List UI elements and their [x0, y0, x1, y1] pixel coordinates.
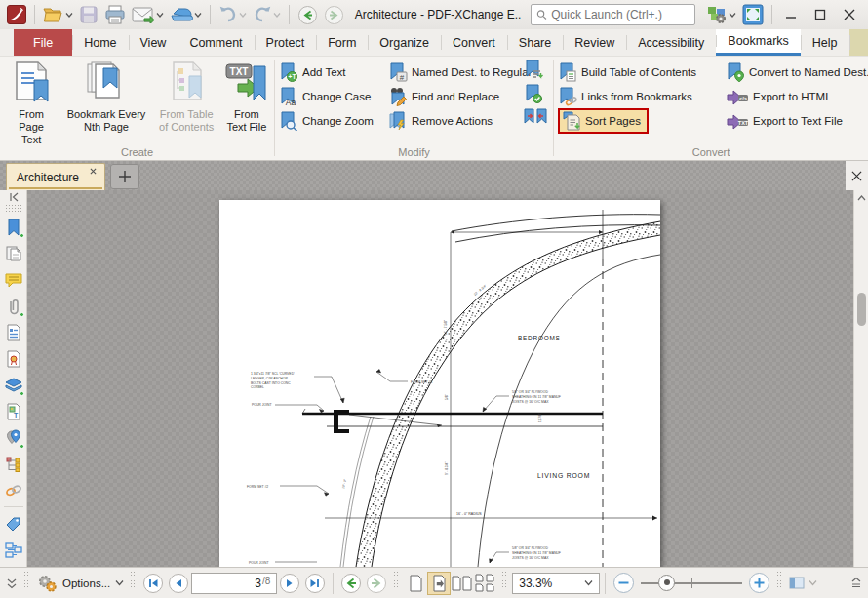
side-panel-toggle-button[interactable] [787, 572, 807, 595]
convert-to-named-dest-button[interactable]: Convert to Named Dest. [726, 60, 868, 84]
options-button[interactable]: Options... [34, 572, 126, 595]
statusbar-collapse-button[interactable] [4, 572, 20, 595]
next-view-button[interactable] [364, 572, 389, 595]
open-button[interactable] [40, 3, 76, 26]
redo-button[interactable] [250, 3, 284, 26]
undo-button[interactable] [216, 3, 250, 26]
next-page-button[interactable] [277, 572, 302, 595]
tab-help[interactable]: Help [801, 29, 849, 56]
document-canvas[interactable]: BEDROOMS LIVING ROOM 16' - 0" RADIUS 1 3… [27, 190, 853, 567]
links-from-bookmarks-button[interactable]: Links from Bookmarks [558, 84, 726, 108]
four-page-layout-button[interactable] [474, 572, 497, 595]
tab-accessibility[interactable]: Accessibility [626, 29, 716, 56]
thumbnails-pane-button[interactable] [2, 240, 25, 266]
back-button[interactable] [295, 3, 321, 26]
comments-pane-button[interactable] [2, 266, 25, 293]
quick-launch-box[interactable] [531, 4, 694, 25]
bookmarks-pane-button[interactable] [2, 214, 25, 240]
email-button[interactable] [129, 3, 167, 26]
ui-options-button[interactable] [703, 3, 739, 26]
app-icon[interactable] [4, 3, 29, 26]
quick-launch-input[interactable] [551, 8, 689, 21]
scroll-up-button[interactable] [854, 190, 868, 206]
sidebar-drag-handle[interactable] [5, 204, 22, 212]
add-text-button[interactable]: +T Add Text [279, 60, 388, 84]
forward-button[interactable] [321, 3, 347, 26]
from-page-text-button[interactable]: From Page Text [4, 57, 59, 146]
close-document-button[interactable] [846, 161, 868, 190]
save-button[interactable] [76, 3, 101, 26]
tab-review[interactable]: Review [563, 29, 626, 56]
sort-bookmarks-button[interactable] [524, 60, 547, 79]
panel-caret-button[interactable] [807, 572, 819, 595]
zoom-in-button[interactable] [746, 572, 772, 595]
zoom-out-button[interactable] [611, 572, 637, 595]
last-page-button[interactable] [302, 572, 328, 595]
tab-close-icon[interactable] [87, 168, 99, 179]
page-number-input[interactable]: 3 /8 [191, 573, 277, 594]
tab-form[interactable]: Form [316, 29, 368, 56]
maximize-button[interactable] [806, 3, 835, 26]
statusbar-drag-handle[interactable] [23, 571, 30, 588]
two-page-layout-button[interactable] [451, 572, 474, 595]
minimize-button[interactable] [776, 3, 806, 26]
scan-button[interactable] [167, 3, 205, 26]
build-table-of-contents-button[interactable]: Build Table of Contents [558, 60, 726, 84]
document-tab-architecture[interactable]: Architecture [6, 163, 105, 190]
fields-pane-button[interactable] [2, 319, 25, 345]
structure-pane-button[interactable] [2, 451, 25, 477]
tab-file[interactable]: File [14, 29, 72, 56]
collapse-panes-button[interactable] [8, 192, 20, 202]
tab-comment[interactable]: Comment [178, 29, 254, 56]
tags-pane-button[interactable] [2, 510, 25, 537]
change-zoom-button[interactable]: Change Zoom [279, 108, 388, 133]
previous-page-button[interactable] [166, 572, 191, 595]
from-table-of-contents-button[interactable]: From Table of Contents [154, 57, 219, 134]
validate-bookmarks-button[interactable] [524, 84, 547, 103]
destinations-pane-button[interactable] [2, 424, 25, 451]
new-tab-button[interactable] [110, 164, 139, 189]
fullscreen-button[interactable] [739, 3, 767, 26]
tab-share[interactable]: Share [507, 29, 563, 56]
fit-page-layout-button[interactable] [427, 572, 451, 595]
statusbar-expand-button[interactable] [848, 572, 864, 595]
statusbar-drag-handle[interactable] [393, 571, 400, 588]
wall-inner-face-line [478, 255, 660, 567]
tab-organize[interactable]: Organize [368, 29, 441, 56]
scrollbar-thumb[interactable] [857, 293, 866, 326]
single-page-layout-button[interactable] [404, 572, 427, 595]
first-page-button[interactable] [140, 572, 166, 595]
export-to-html-button[interactable]: </> Export to HTML [726, 84, 868, 108]
print-button[interactable] [101, 3, 129, 26]
close-button[interactable] [835, 3, 864, 26]
ribbon-tab-bar: File Home View Comment Protect Form Orga… [0, 29, 868, 57]
plus-icon [118, 170, 132, 183]
export-to-text-file-button[interactable]: TXT Export to Text File [726, 108, 868, 133]
attachments-pane-button[interactable] [2, 293, 25, 319]
tab-protect[interactable]: Protect [255, 29, 317, 56]
tab-bookmarks[interactable]: Bookmarks [716, 29, 801, 56]
statusbar-drag-handle[interactable] [130, 571, 137, 588]
zoom-slider[interactable] [641, 572, 742, 595]
links-pane-button[interactable] [2, 477, 25, 503]
zoom-slider-thumb[interactable] [658, 575, 675, 591]
zoom-level-select[interactable]: 33.3% [512, 573, 600, 594]
vertical-scrollbar[interactable] [853, 190, 868, 567]
pdf-page[interactable]: BEDROOMS LIVING ROOM 16' - 0" RADIUS 1 3… [219, 200, 660, 567]
merge-bookmarks-button[interactable] [524, 108, 547, 126]
statusbar-drag-handle[interactable] [501, 571, 508, 588]
sort-pages-button[interactable]: Sort Pages [558, 108, 726, 133]
tab-home[interactable]: Home [72, 29, 128, 56]
tab-format[interactable]: Format [849, 29, 868, 56]
signatures-pane-button[interactable] [2, 345, 25, 372]
layers-pane-button[interactable] [2, 372, 25, 398]
order-pane-button[interactable] [2, 537, 25, 563]
statusbar-drag-handle[interactable] [776, 571, 783, 588]
from-text-file-button[interactable]: TXT From Text File [219, 57, 274, 134]
previous-view-button[interactable] [338, 572, 364, 595]
tab-view[interactable]: View [129, 29, 178, 56]
bookmark-every-nth-page-button[interactable]: Bookmark Every Nth Page [59, 57, 153, 134]
tab-convert[interactable]: Convert [441, 29, 507, 56]
change-case-button[interactable]: Aa Change Case [279, 84, 388, 108]
content-pane-button[interactable]: T [2, 398, 25, 424]
